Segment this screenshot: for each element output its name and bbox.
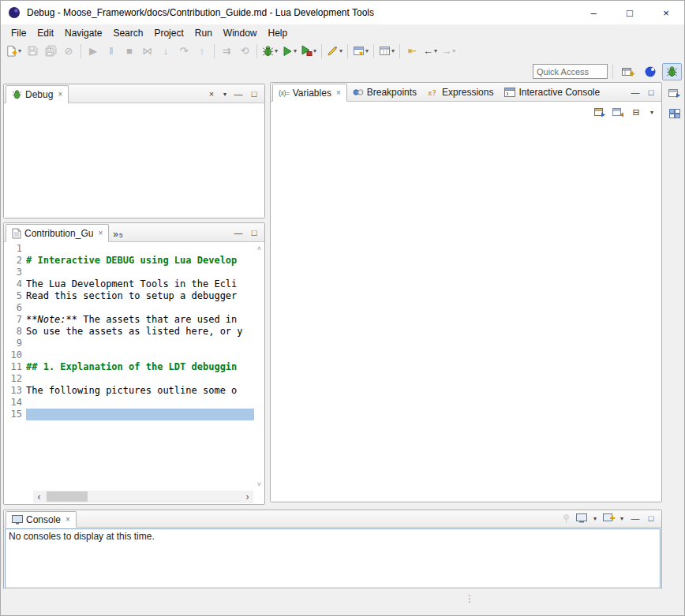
use-step-filters-button[interactable]: ⇉ — [218, 43, 235, 60]
maximize-view-button[interactable]: □ — [644, 85, 658, 99]
minimize-window-button[interactable]: – — [575, 1, 612, 24]
save-button[interactable] — [24, 43, 41, 60]
editor-line[interactable]: 11## 1. Explanation of the LDT debuggin — [4, 361, 264, 373]
editor-line[interactable]: 2# Interactive DEBUG using Lua Develop — [4, 255, 264, 267]
scroll-up-icon[interactable]: ˄ — [257, 245, 261, 252]
console-content[interactable]: No consoles to display at this time. — [5, 528, 661, 588]
suspend-button[interactable]: ‖ — [103, 43, 120, 60]
disconnect-button[interactable]: ⋈ — [139, 43, 156, 60]
menu-edit[interactable]: Edit — [32, 26, 59, 40]
menu-project[interactable]: Project — [148, 26, 189, 40]
resume-button[interactable]: ▶ — [84, 43, 102, 60]
debug-perspective-button[interactable] — [662, 63, 682, 80]
tab-interactive-console[interactable]: Interactive Console — [499, 83, 605, 101]
restore-minimized-views-button[interactable] — [666, 85, 683, 101]
minimized-view-stack-button[interactable] — [666, 106, 683, 121]
open-element-dropdown-button[interactable]: ▾ — [377, 43, 396, 60]
breakpoints-icon — [353, 88, 364, 97]
minimize-view-button[interactable]: — — [628, 85, 642, 99]
restart-button[interactable]: ⟲ — [236, 43, 253, 60]
terminate-button[interactable]: ■ — [121, 43, 138, 60]
menu-search[interactable]: Search — [107, 26, 148, 40]
editor-line[interactable]: 9 — [4, 338, 264, 349]
close-icon[interactable]: × — [66, 515, 70, 524]
step-into-button[interactable]: ↓ — [157, 43, 174, 60]
close-window-button[interactable]: × — [648, 1, 684, 24]
show-logical-structure-icon — [612, 107, 624, 118]
editor-line[interactable]: 8So use the assets as listed here, or y — [4, 326, 264, 338]
back-dropdown-button[interactable]: ← ▾ — [421, 43, 439, 60]
view-menu-button[interactable]: ▾ — [647, 105, 657, 119]
editor-line[interactable]: 1 — [4, 243, 264, 255]
menu-file[interactable]: File — [6, 26, 32, 40]
tab-debug[interactable]: Debug × — [6, 85, 69, 103]
display-console-button[interactable] — [575, 511, 589, 525]
debug-dropdown-button[interactable]: ▾ — [260, 43, 279, 60]
editor-tab-overflow-button[interactable]: » 5 — [109, 230, 126, 241]
show-type-names-button[interactable] — [593, 105, 607, 119]
editor-line[interactable]: 10 — [4, 349, 264, 361]
external-tools-dropdown-button[interactable]: ▾ — [299, 43, 318, 60]
editor-line[interactable]: 6 — [4, 302, 264, 314]
open-console-menu-button[interactable]: ▾ — [617, 511, 627, 525]
editor-line[interactable]: 12 — [4, 373, 264, 385]
editor-line[interactable]: 4The Lua Development Tools in the Ecli — [4, 278, 264, 290]
run-dropdown-button[interactable]: ▾ — [280, 43, 298, 60]
open-console-button[interactable] — [601, 511, 616, 525]
minimize-view-button[interactable]: — — [628, 511, 642, 525]
maximize-window-button[interactable]: □ — [612, 1, 648, 24]
new-dropdown-button[interactable]: ▾ — [4, 43, 23, 60]
scrollbar-thumb[interactable] — [47, 491, 88, 502]
menu-help[interactable]: Help — [263, 26, 294, 40]
close-icon[interactable]: × — [336, 88, 341, 97]
menu-run[interactable]: Run — [189, 26, 218, 40]
splitter-handle-icon[interactable]: ⋮ — [465, 593, 474, 604]
editor-line[interactable]: 13The following pictures outline some o — [4, 385, 264, 397]
editor-line[interactable]: 14 — [4, 397, 264, 409]
tab-editor-contribution-guide[interactable]: Contribution_Gu × — [6, 224, 109, 242]
close-icon[interactable]: × — [58, 90, 62, 99]
close-icon[interactable]: × — [98, 229, 103, 237]
skip-breakpoints-button[interactable]: ⊘ — [60, 43, 77, 60]
display-console-menu-button[interactable]: ▾ — [590, 511, 600, 525]
new-wizard-dropdown-button[interactable]: ▾ — [351, 43, 370, 60]
lua-perspective-button[interactable] — [640, 63, 660, 80]
editor-line[interactable]: 7**Note:** The assets that are used in — [4, 314, 264, 326]
save-all-button[interactable] — [42, 43, 59, 60]
mark-occurrences-dropdown-button[interactable]: ▾ — [325, 43, 344, 60]
view-menu-button[interactable]: ▾ — [220, 87, 230, 101]
minimize-view-button[interactable]: — — [231, 87, 245, 101]
step-over-button[interactable]: ↷ — [175, 43, 193, 60]
collapse-all-button[interactable]: ⊟ — [629, 105, 643, 119]
step-return-button[interactable]: ↑ — [193, 43, 211, 60]
show-type-names-icon — [594, 107, 606, 118]
tab-breakpoints[interactable]: Breakpoints — [347, 83, 422, 101]
menu-navigate[interactable]: Navigate — [59, 26, 107, 40]
debug-view-panel: Debug × × ▾ — □ — [3, 84, 265, 218]
editor-line[interactable]: 3 — [4, 267, 264, 278]
last-edit-location-button[interactable]: ⇤ — [403, 43, 421, 60]
tab-console[interactable]: Console × — [6, 511, 77, 528]
scroll-down-icon[interactable]: ˅ — [257, 480, 261, 488]
scrollbar-track[interactable] — [45, 491, 241, 503]
scroll-right-icon[interactable]: › — [241, 491, 253, 502]
show-logical-structure-button[interactable] — [611, 105, 625, 119]
tab-variables[interactable]: (x)= Variables × — [272, 84, 347, 102]
forward-dropdown-button[interactable]: → ▾ — [440, 43, 457, 60]
remove-all-terminated-button[interactable]: × — [204, 87, 219, 101]
tab-expressions[interactable]: x? Expressions — [422, 83, 499, 101]
editor-line[interactable]: 5Read this section to setup a debugger — [4, 290, 264, 302]
editor-vertical-scrollbar[interactable]: ˄ ˅ — [254, 243, 264, 490]
menu-window[interactable]: Window — [218, 26, 263, 40]
open-perspective-button[interactable] — [618, 63, 638, 80]
maximize-view-button[interactable]: □ — [247, 87, 261, 101]
quick-access-input[interactable] — [533, 64, 608, 79]
editor-horizontal-scrollbar[interactable]: ‹ › — [33, 491, 253, 503]
maximize-view-button[interactable]: □ — [247, 226, 261, 240]
editor-line[interactable]: 15 — [4, 409, 264, 420]
scroll-left-icon[interactable]: ‹ — [33, 491, 45, 502]
pin-console-button[interactable] — [559, 511, 573, 525]
maximize-view-button[interactable]: □ — [644, 511, 658, 525]
minimize-view-button[interactable]: — — [231, 226, 245, 240]
editor-content[interactable]: 12# Interactive DEBUG using Lua Develop3… — [4, 243, 264, 490]
